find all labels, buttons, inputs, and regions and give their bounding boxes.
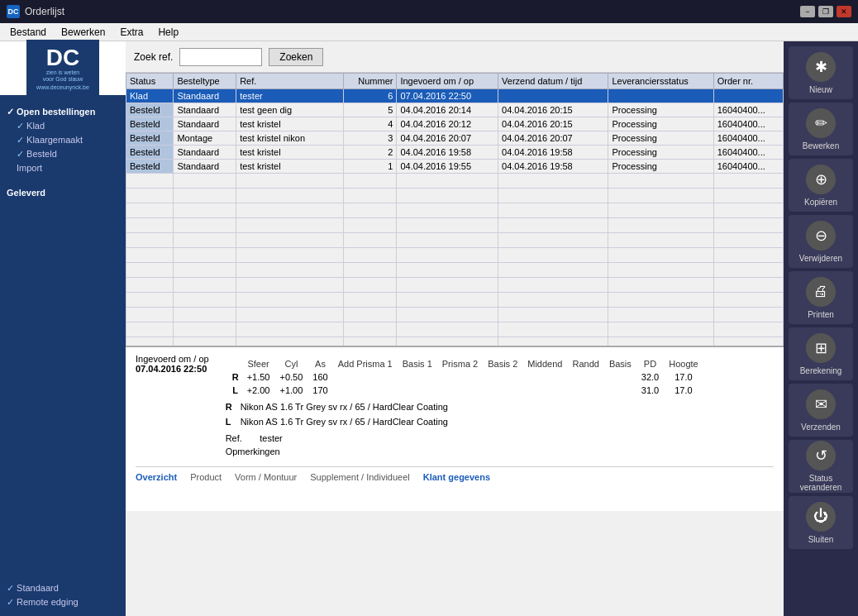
ref-line: Ref. tester — [226, 433, 774, 443]
toolbar-btn-status-veranderen[interactable]: ↺Status veranderen — [789, 440, 853, 493]
table-row-empty — [126, 308, 784, 322]
lens-col-header: Cyl — [274, 357, 307, 370]
logo-url: www.deceunynck.be — [36, 84, 89, 90]
ref-value: tester — [260, 433, 283, 443]
table-row[interactable]: BesteldStandaardtest geen dig504.04.2016… — [126, 103, 784, 117]
toolbar-label-4: Printen — [808, 310, 834, 319]
sidebar-item-import[interactable]: Import — [0, 161, 126, 174]
table-row-empty — [126, 218, 784, 233]
col-verzend: Verzend datum / tijd — [498, 74, 608, 89]
sidebar-section-open-bestellingen[interactable]: ✓ Open bestellingen — [0, 102, 126, 119]
lens-row: L+2.00+1.0017031.017.0 — [226, 384, 703, 397]
search-label: Zoek ref. — [134, 51, 173, 63]
detail-tab-0[interactable]: Overzicht — [136, 472, 177, 482]
lens-table: SfeerCylAsAdd Prisma 1Basis 1Prisma 2Bas… — [226, 357, 703, 397]
titlebar: DC Orderlijst − ❐ ✕ — [0, 0, 858, 23]
toolbar-label-8: Sluiten — [808, 535, 834, 544]
restore-button[interactable]: ❐ — [818, 6, 833, 17]
app-icon: DC — [7, 5, 20, 18]
table-row-empty — [126, 233, 784, 248]
detail-panel: Ingevoerd om / op 07.04.2016 22:50 Sfeer… — [126, 346, 784, 511]
product-lines: RNikon AS 1.6 Tr Grey sv rx / 65 / HardC… — [226, 402, 774, 427]
table-row[interactable]: KladStandaardtester607.04.2016 22:50 — [126, 89, 784, 103]
toolbar: ✱Nieuw✏Bewerken⊕Kopiëren⊖Verwijderen🖨Pri… — [784, 41, 858, 616]
detail-tab-3[interactable]: Supplement / Individueel — [310, 472, 409, 482]
table-row[interactable]: BesteldStandaardtest kristel204.04.2016 … — [126, 146, 784, 160]
lens-col-header: Middend — [522, 357, 567, 370]
logo-area: DC zien is wetenvoor God slauw www.deceu… — [0, 41, 126, 95]
menu-extra[interactable]: Extra — [113, 25, 150, 40]
table-header-row: Status Besteltype Ref. Nummer Ingevoerd … — [126, 74, 784, 89]
table-row-empty — [126, 248, 784, 263]
search-button[interactable]: Zoeken — [269, 48, 323, 66]
toolbar-icon-3: ⊖ — [806, 221, 836, 251]
menu-bestand[interactable]: Bestand — [3, 25, 53, 40]
sidebar-item-standaard[interactable]: Standaard — [0, 581, 126, 595]
detail-date-value: 07.04.2016 22:50 — [136, 364, 207, 374]
window-title: Orderlijst — [25, 6, 64, 17]
close-button[interactable]: ✕ — [837, 6, 851, 17]
order-table: Status Besteltype Ref. Nummer Ingevoerd … — [126, 73, 784, 346]
col-ordernr: Order nr. — [713, 74, 783, 89]
col-status: Status — [126, 74, 174, 89]
toolbar-btn-berekening[interactable]: ⊞Berekening — [789, 327, 853, 380]
table-row[interactable]: BesteldMontagetest kristel nikon304.04.2… — [126, 131, 784, 146]
toolbar-icon-6: ✉ — [806, 389, 836, 419]
titlebar-left: DC Orderlijst — [7, 5, 64, 18]
toolbar-label-0: Nieuw — [809, 85, 832, 94]
product-line: LNikon AS 1.6 Tr Grey sv rx / 65 / HardC… — [226, 417, 774, 427]
lens-col-header: As — [307, 357, 332, 370]
lens-header: SfeerCylAsAdd Prisma 1Basis 1Prisma 2Bas… — [226, 357, 703, 370]
detail-tab-1[interactable]: Product — [190, 472, 222, 482]
detail-tab-2[interactable]: Vorm / Montuur — [235, 472, 297, 482]
table-row-empty — [126, 337, 784, 346]
lens-col-header: Prisma 2 — [437, 357, 483, 370]
toolbar-btn-printen[interactable]: 🖨Printen — [789, 271, 853, 324]
table-row-empty — [126, 263, 784, 278]
toolbar-label-2: Kopiëren — [804, 198, 837, 207]
table-row-empty — [126, 189, 784, 203]
col-leverancier: Leveranciersstatus — [608, 74, 713, 89]
toolbar-icon-2: ⊕ — [806, 165, 836, 194]
toolbar-btn-verzenden[interactable]: ✉Verzenden — [789, 384, 853, 437]
sidebar-section-geleverd[interactable]: Geleverd — [0, 183, 126, 199]
table-row-empty — [126, 203, 784, 218]
menubar: Bestand Bewerken Extra Help — [0, 23, 858, 41]
toolbar-label-5: Berekening — [800, 366, 842, 375]
toolbar-label-1: Bewerken — [803, 141, 839, 150]
minimize-button[interactable]: − — [800, 6, 815, 17]
sidebar-item-klad[interactable]: Klad — [0, 119, 126, 133]
table-row[interactable]: BesteldStandaardtest kristel404.04.2016 … — [126, 117, 784, 131]
menu-bewerken[interactable]: Bewerken — [55, 25, 112, 40]
table-row-empty — [126, 174, 784, 189]
lens-col-header: Sfeer — [242, 357, 275, 370]
lens-col-header: Basis 2 — [483, 357, 522, 370]
sidebar-item-remote-edging[interactable]: Remote edging — [0, 595, 126, 609]
logo-box: DC zien is wetenvoor God slauw www.deceu… — [26, 40, 99, 98]
titlebar-controls[interactable]: − ❐ ✕ — [800, 6, 851, 17]
sidebar-item-besteld[interactable]: Besteld — [0, 147, 126, 161]
toolbar-label-7: Status veranderen — [789, 474, 853, 492]
table-row-empty — [126, 293, 784, 308]
col-besteltype: Besteltype — [174, 74, 236, 89]
order-table-wrapper[interactable]: Status Besteltype Ref. Nummer Ingevoerd … — [126, 73, 784, 346]
toolbar-icon-8: ⏻ — [806, 502, 836, 532]
table-row[interactable]: BesteldStandaardtest kristel104.04.2016 … — [126, 160, 784, 174]
toolbar-btn-bewerken[interactable]: ✏Bewerken — [789, 103, 853, 155]
col-nummer: Nummer — [344, 74, 397, 89]
toolbar-btn-kopiëren[interactable]: ⊕Kopiëren — [789, 159, 853, 212]
detail-tab-4[interactable]: Klant gegevens — [423, 472, 490, 482]
toolbar-label-6: Verzenden — [801, 423, 841, 432]
logo-dc: DC — [36, 46, 89, 69]
menu-help[interactable]: Help — [151, 25, 185, 40]
toolbar-btn-nieuw[interactable]: ✱Nieuw — [789, 46, 853, 99]
lens-col-header: Add Prisma 1 — [333, 357, 398, 370]
toolbar-btn-verwijderen[interactable]: ⊖Verwijderen — [789, 215, 853, 268]
lens-col-header: Hoogte — [664, 357, 703, 370]
toolbar-btn-sluiten[interactable]: ⏻Sluiten — [789, 496, 853, 549]
content-area: Zoek ref. Zoeken Status Besteltype Ref. … — [126, 41, 784, 616]
main-area: DC zien is wetenvoor God slauw www.deceu… — [0, 41, 858, 616]
col-ref: Ref. — [236, 74, 344, 89]
sidebar-item-klaargemaakt[interactable]: Klaargemaakt — [0, 133, 126, 147]
search-input[interactable] — [179, 48, 262, 66]
